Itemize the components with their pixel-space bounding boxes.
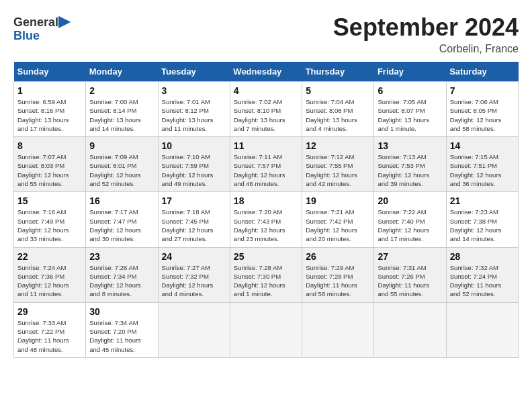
calendar-cell: 11Sunrise: 7:11 AM Sunset: 7:57 PM Dayli… bbox=[230, 137, 302, 192]
calendar-cell: 29Sunrise: 7:33 AM Sunset: 7:22 PM Dayli… bbox=[14, 302, 86, 357]
calendar-cell: 28Sunrise: 7:32 AM Sunset: 7:24 PM Dayli… bbox=[446, 247, 518, 302]
day-info: Sunrise: 7:20 AM Sunset: 7:43 PM Dayligh… bbox=[234, 208, 298, 243]
weekday-header-saturday: Saturday bbox=[446, 62, 518, 82]
day-info: Sunrise: 7:24 AM Sunset: 7:36 PM Dayligh… bbox=[17, 263, 82, 299]
day-number: 9 bbox=[89, 140, 154, 151]
page-header: General▶ Blue September 2024 Corbelin, F… bbox=[13, 13, 519, 55]
day-number: 26 bbox=[306, 251, 370, 262]
day-number: 28 bbox=[450, 251, 515, 262]
day-number: 12 bbox=[306, 140, 370, 151]
day-number: 10 bbox=[162, 140, 226, 151]
calendar-week-2: 8Sunrise: 7:07 AM Sunset: 8:03 PM Daylig… bbox=[14, 137, 519, 192]
day-info: Sunrise: 7:12 AM Sunset: 7:55 PM Dayligh… bbox=[306, 152, 370, 188]
calendar-cell: 8Sunrise: 7:07 AM Sunset: 8:03 PM Daylig… bbox=[14, 137, 86, 192]
day-number: 13 bbox=[378, 140, 442, 151]
day-info: Sunrise: 7:06 AM Sunset: 8:05 PM Dayligh… bbox=[450, 97, 515, 133]
day-number: 15 bbox=[17, 195, 82, 206]
calendar-cell: 14Sunrise: 7:15 AM Sunset: 7:51 PM Dayli… bbox=[446, 137, 518, 192]
weekday-header-wednesday: Wednesday bbox=[230, 62, 302, 82]
day-info: Sunrise: 7:32 AM Sunset: 7:24 PM Dayligh… bbox=[450, 263, 515, 299]
day-number: 18 bbox=[234, 195, 298, 206]
weekday-header-thursday: Thursday bbox=[302, 62, 374, 82]
day-number: 4 bbox=[234, 85, 298, 96]
calendar-cell: 25Sunrise: 7:28 AM Sunset: 7:30 PM Dayli… bbox=[230, 247, 302, 302]
day-info: Sunrise: 7:05 AM Sunset: 8:07 PM Dayligh… bbox=[378, 97, 442, 133]
day-number: 23 bbox=[89, 251, 154, 262]
day-number: 6 bbox=[378, 85, 442, 96]
day-number: 20 bbox=[378, 195, 442, 206]
day-info: Sunrise: 7:16 AM Sunset: 7:49 PM Dayligh… bbox=[17, 208, 82, 243]
logo-general: General bbox=[13, 15, 58, 29]
month-title: September 2024 bbox=[333, 13, 519, 42]
day-number: 22 bbox=[17, 251, 82, 262]
calendar-cell: 9Sunrise: 7:09 AM Sunset: 8:01 PM Daylig… bbox=[86, 137, 158, 192]
day-number: 17 bbox=[162, 195, 226, 206]
day-info: Sunrise: 7:01 AM Sunset: 8:12 PM Dayligh… bbox=[162, 97, 226, 133]
calendar-cell: 5Sunrise: 7:04 AM Sunset: 8:08 PM Daylig… bbox=[302, 82, 374, 137]
calendar-cell: 20Sunrise: 7:22 AM Sunset: 7:40 PM Dayli… bbox=[374, 192, 446, 247]
day-info: Sunrise: 7:34 AM Sunset: 7:20 PM Dayligh… bbox=[89, 318, 154, 354]
location-title: Corbelin, France bbox=[333, 43, 519, 55]
day-info: Sunrise: 7:02 AM Sunset: 8:10 PM Dayligh… bbox=[234, 97, 298, 133]
day-number: 11 bbox=[234, 140, 298, 151]
weekday-header-friday: Friday bbox=[374, 62, 446, 82]
calendar-cell: 10Sunrise: 7:10 AM Sunset: 7:59 PM Dayli… bbox=[158, 137, 230, 192]
calendar-cell: 7Sunrise: 7:06 AM Sunset: 8:05 PM Daylig… bbox=[446, 82, 518, 137]
day-info: Sunrise: 7:18 AM Sunset: 7:45 PM Dayligh… bbox=[162, 208, 226, 243]
calendar-table: SundayMondayTuesdayWednesdayThursdayFrid… bbox=[13, 62, 519, 358]
day-info: Sunrise: 7:13 AM Sunset: 7:53 PM Dayligh… bbox=[378, 152, 442, 188]
day-number: 16 bbox=[89, 195, 154, 206]
calendar-cell: 19Sunrise: 7:21 AM Sunset: 7:42 PM Dayli… bbox=[302, 192, 374, 247]
weekday-header-tuesday: Tuesday bbox=[158, 62, 230, 82]
logo-blue: Blue bbox=[13, 30, 70, 43]
day-number: 14 bbox=[450, 140, 515, 151]
day-info: Sunrise: 7:21 AM Sunset: 7:42 PM Dayligh… bbox=[306, 208, 370, 243]
calendar-week-3: 15Sunrise: 7:16 AM Sunset: 7:49 PM Dayli… bbox=[14, 192, 519, 247]
day-number: 2 bbox=[89, 85, 154, 96]
calendar-cell: 17Sunrise: 7:18 AM Sunset: 7:45 PM Dayli… bbox=[158, 192, 230, 247]
calendar-cell: 4Sunrise: 7:02 AM Sunset: 8:10 PM Daylig… bbox=[230, 82, 302, 137]
day-info: Sunrise: 7:11 AM Sunset: 7:57 PM Dayligh… bbox=[234, 152, 298, 188]
calendar-cell: 12Sunrise: 7:12 AM Sunset: 7:55 PM Dayli… bbox=[302, 137, 374, 192]
day-number: 7 bbox=[450, 85, 515, 96]
day-number: 29 bbox=[17, 306, 82, 317]
day-number: 27 bbox=[378, 251, 442, 262]
calendar-cell: 16Sunrise: 7:17 AM Sunset: 7:47 PM Dayli… bbox=[86, 192, 158, 247]
day-info: Sunrise: 7:09 AM Sunset: 8:01 PM Dayligh… bbox=[89, 152, 154, 188]
calendar-cell: 2Sunrise: 7:00 AM Sunset: 8:14 PM Daylig… bbox=[86, 82, 158, 137]
day-info: Sunrise: 7:31 AM Sunset: 7:26 PM Dayligh… bbox=[378, 263, 442, 299]
day-info: Sunrise: 7:27 AM Sunset: 7:32 PM Dayligh… bbox=[162, 263, 226, 299]
day-info: Sunrise: 7:15 AM Sunset: 7:51 PM Dayligh… bbox=[450, 152, 515, 188]
day-info: Sunrise: 7:33 AM Sunset: 7:22 PM Dayligh… bbox=[17, 318, 82, 354]
calendar-cell: 15Sunrise: 7:16 AM Sunset: 7:49 PM Dayli… bbox=[14, 192, 86, 247]
calendar-week-4: 22Sunrise: 7:24 AM Sunset: 7:36 PM Dayli… bbox=[14, 247, 519, 302]
weekday-header-monday: Monday bbox=[86, 62, 158, 82]
weekday-header-sunday: Sunday bbox=[14, 62, 86, 82]
day-number: 19 bbox=[306, 195, 370, 206]
calendar-cell bbox=[374, 302, 446, 357]
calendar-cell: 24Sunrise: 7:27 AM Sunset: 7:32 PM Dayli… bbox=[158, 247, 230, 302]
day-info: Sunrise: 7:23 AM Sunset: 7:38 PM Dayligh… bbox=[450, 208, 515, 243]
calendar-cell: 23Sunrise: 7:26 AM Sunset: 7:34 PM Dayli… bbox=[86, 247, 158, 302]
day-number: 21 bbox=[450, 195, 515, 206]
day-info: Sunrise: 6:59 AM Sunset: 8:16 PM Dayligh… bbox=[17, 97, 82, 133]
calendar-cell bbox=[158, 302, 230, 357]
calendar-cell: 26Sunrise: 7:29 AM Sunset: 7:28 PM Dayli… bbox=[302, 247, 374, 302]
calendar-week-5: 29Sunrise: 7:33 AM Sunset: 7:22 PM Dayli… bbox=[14, 302, 519, 357]
day-info: Sunrise: 7:07 AM Sunset: 8:03 PM Dayligh… bbox=[17, 152, 82, 188]
day-number: 3 bbox=[162, 85, 226, 96]
day-number: 25 bbox=[234, 251, 298, 262]
day-number: 8 bbox=[17, 140, 82, 151]
day-number: 30 bbox=[89, 306, 154, 317]
calendar-cell: 6Sunrise: 7:05 AM Sunset: 8:07 PM Daylig… bbox=[374, 82, 446, 137]
calendar-cell: 22Sunrise: 7:24 AM Sunset: 7:36 PM Dayli… bbox=[14, 247, 86, 302]
calendar-cell: 18Sunrise: 7:20 AM Sunset: 7:43 PM Dayli… bbox=[230, 192, 302, 247]
day-info: Sunrise: 7:29 AM Sunset: 7:28 PM Dayligh… bbox=[306, 263, 370, 299]
calendar-cell bbox=[446, 302, 518, 357]
calendar-cell: 30Sunrise: 7:34 AM Sunset: 7:20 PM Dayli… bbox=[86, 302, 158, 357]
day-info: Sunrise: 7:28 AM Sunset: 7:30 PM Dayligh… bbox=[234, 263, 298, 299]
day-number: 1 bbox=[17, 85, 82, 96]
calendar-cell: 27Sunrise: 7:31 AM Sunset: 7:26 PM Dayli… bbox=[374, 247, 446, 302]
day-number: 5 bbox=[306, 85, 370, 96]
day-info: Sunrise: 7:22 AM Sunset: 7:40 PM Dayligh… bbox=[378, 208, 442, 243]
